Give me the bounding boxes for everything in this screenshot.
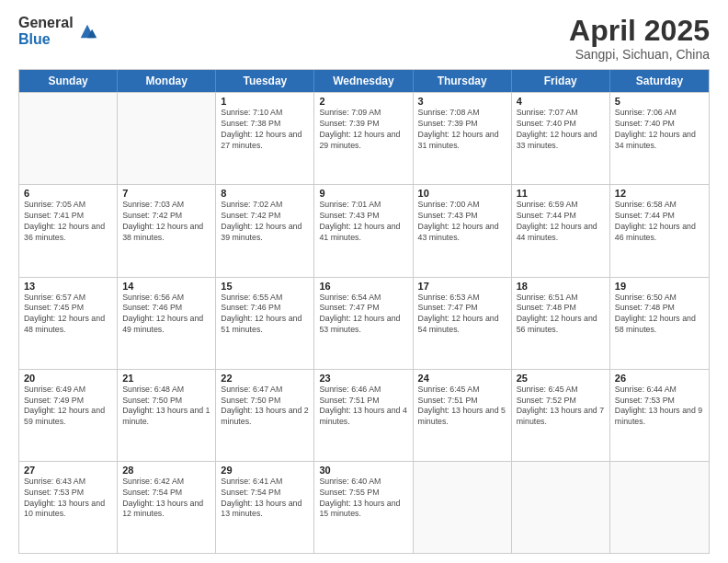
calendar-cell: 18Sunrise: 6:51 AM Sunset: 7:48 PM Dayli… (512, 278, 610, 369)
day-number: 9 (319, 188, 407, 199)
main-title: April 2025 (569, 15, 710, 47)
day-number: 30 (319, 465, 407, 476)
calendar-cell (19, 93, 118, 184)
day-info: Sunrise: 7:08 AM Sunset: 7:39 PM Dayligh… (418, 108, 506, 152)
day-number: 22 (221, 373, 309, 384)
day-info: Sunrise: 6:48 AM Sunset: 7:50 PM Dayligh… (122, 385, 210, 429)
day-number: 21 (122, 373, 210, 384)
calendar-cell: 3Sunrise: 7:08 AM Sunset: 7:39 PM Daylig… (414, 93, 512, 184)
logo-icon (77, 21, 97, 41)
day-number: 19 (615, 281, 704, 292)
calendar-body: 1Sunrise: 7:10 AM Sunset: 7:38 PM Daylig… (19, 92, 709, 553)
day-number: 15 (221, 281, 309, 292)
day-number: 11 (517, 188, 605, 199)
page: General Blue April 2025 Sangpi, Sichuan,… (0, 0, 728, 563)
day-info: Sunrise: 6:47 AM Sunset: 7:50 PM Dayligh… (221, 385, 309, 429)
calendar-cell: 14Sunrise: 6:56 AM Sunset: 7:46 PM Dayli… (118, 278, 216, 369)
calendar-cell: 19Sunrise: 6:50 AM Sunset: 7:48 PM Dayli… (610, 278, 709, 369)
calendar: SundayMondayTuesdayWednesdayThursdayFrid… (18, 69, 710, 554)
calendar-cell: 2Sunrise: 7:09 AM Sunset: 7:39 PM Daylig… (314, 93, 413, 184)
calendar-cell: 21Sunrise: 6:48 AM Sunset: 7:50 PM Dayli… (118, 370, 216, 461)
calendar-cell: 27Sunrise: 6:43 AM Sunset: 7:53 PM Dayli… (19, 462, 118, 553)
day-info: Sunrise: 6:40 AM Sunset: 7:55 PM Dayligh… (319, 477, 407, 521)
calendar-cell: 20Sunrise: 6:49 AM Sunset: 7:49 PM Dayli… (19, 370, 118, 461)
cal-header-day: Wednesday (314, 70, 413, 92)
day-info: Sunrise: 6:54 AM Sunset: 7:47 PM Dayligh… (319, 293, 407, 337)
logo-blue: Blue (18, 31, 74, 48)
day-info: Sunrise: 6:57 AM Sunset: 7:45 PM Dayligh… (24, 293, 112, 337)
cal-header-day: Tuesday (216, 70, 314, 92)
logo-text: General Blue (18, 15, 74, 47)
day-number: 29 (221, 465, 309, 476)
calendar-cell (118, 93, 216, 184)
day-number: 12 (615, 188, 704, 199)
logo-general: General (18, 15, 74, 31)
day-info: Sunrise: 6:53 AM Sunset: 7:47 PM Dayligh… (418, 293, 506, 337)
day-number: 18 (517, 281, 605, 292)
calendar-cell: 9Sunrise: 7:01 AM Sunset: 7:43 PM Daylig… (314, 185, 413, 276)
day-number: 23 (319, 373, 407, 384)
calendar-cell: 6Sunrise: 7:05 AM Sunset: 7:41 PM Daylig… (19, 185, 118, 276)
day-number: 4 (517, 96, 605, 107)
calendar-cell: 7Sunrise: 7:03 AM Sunset: 7:42 PM Daylig… (118, 185, 216, 276)
day-info: Sunrise: 6:46 AM Sunset: 7:51 PM Dayligh… (319, 385, 407, 429)
day-info: Sunrise: 6:56 AM Sunset: 7:46 PM Dayligh… (122, 293, 210, 337)
day-number: 5 (615, 96, 704, 107)
day-info: Sunrise: 7:06 AM Sunset: 7:40 PM Dayligh… (615, 108, 704, 152)
calendar-row: 20Sunrise: 6:49 AM Sunset: 7:49 PM Dayli… (19, 369, 709, 461)
calendar-cell: 8Sunrise: 7:02 AM Sunset: 7:42 PM Daylig… (216, 185, 314, 276)
day-number: 14 (122, 281, 210, 292)
calendar-cell: 29Sunrise: 6:41 AM Sunset: 7:54 PM Dayli… (216, 462, 314, 553)
calendar-cell (414, 462, 512, 553)
day-number: 20 (24, 373, 112, 384)
day-info: Sunrise: 6:55 AM Sunset: 7:46 PM Dayligh… (221, 293, 309, 337)
calendar-row: 6Sunrise: 7:05 AM Sunset: 7:41 PM Daylig… (19, 184, 709, 276)
header: General Blue April 2025 Sangpi, Sichuan,… (18, 15, 710, 62)
day-number: 27 (24, 465, 112, 476)
cal-header-day: Saturday (610, 70, 709, 92)
calendar-cell (610, 462, 709, 553)
calendar-cell: 16Sunrise: 6:54 AM Sunset: 7:47 PM Dayli… (314, 278, 413, 369)
calendar-header: SundayMondayTuesdayWednesdayThursdayFrid… (19, 70, 709, 92)
day-info: Sunrise: 6:44 AM Sunset: 7:53 PM Dayligh… (615, 385, 704, 429)
day-info: Sunrise: 7:00 AM Sunset: 7:43 PM Dayligh… (418, 200, 506, 244)
calendar-cell: 5Sunrise: 7:06 AM Sunset: 7:40 PM Daylig… (610, 93, 709, 184)
calendar-cell: 30Sunrise: 6:40 AM Sunset: 7:55 PM Dayli… (314, 462, 413, 553)
calendar-cell: 17Sunrise: 6:53 AM Sunset: 7:47 PM Dayli… (414, 278, 512, 369)
calendar-cell: 15Sunrise: 6:55 AM Sunset: 7:46 PM Dayli… (216, 278, 314, 369)
day-number: 28 (122, 465, 210, 476)
calendar-row: 1Sunrise: 7:10 AM Sunset: 7:38 PM Daylig… (19, 92, 709, 184)
calendar-cell: 4Sunrise: 7:07 AM Sunset: 7:40 PM Daylig… (512, 93, 610, 184)
day-info: Sunrise: 7:05 AM Sunset: 7:41 PM Dayligh… (24, 200, 112, 244)
day-number: 16 (319, 281, 407, 292)
day-number: 3 (418, 96, 506, 107)
day-info: Sunrise: 6:50 AM Sunset: 7:48 PM Dayligh… (615, 293, 704, 337)
day-number: 2 (319, 96, 407, 107)
subtitle: Sangpi, Sichuan, China (569, 47, 710, 62)
calendar-cell: 13Sunrise: 6:57 AM Sunset: 7:45 PM Dayli… (19, 278, 118, 369)
logo: General Blue (18, 15, 97, 47)
day-number: 10 (418, 188, 506, 199)
calendar-cell: 24Sunrise: 6:45 AM Sunset: 7:51 PM Dayli… (414, 370, 512, 461)
day-info: Sunrise: 7:09 AM Sunset: 7:39 PM Dayligh… (319, 108, 407, 152)
day-info: Sunrise: 7:02 AM Sunset: 7:42 PM Dayligh… (221, 200, 309, 244)
day-info: Sunrise: 6:42 AM Sunset: 7:54 PM Dayligh… (122, 477, 210, 521)
day-info: Sunrise: 6:58 AM Sunset: 7:44 PM Dayligh… (615, 200, 704, 244)
day-info: Sunrise: 7:07 AM Sunset: 7:40 PM Dayligh… (517, 108, 605, 152)
day-number: 1 (221, 96, 309, 107)
calendar-cell: 1Sunrise: 7:10 AM Sunset: 7:38 PM Daylig… (216, 93, 314, 184)
calendar-cell (512, 462, 610, 553)
day-info: Sunrise: 7:01 AM Sunset: 7:43 PM Dayligh… (319, 200, 407, 244)
day-info: Sunrise: 6:59 AM Sunset: 7:44 PM Dayligh… (517, 200, 605, 244)
calendar-row: 13Sunrise: 6:57 AM Sunset: 7:45 PM Dayli… (19, 277, 709, 369)
day-number: 24 (418, 373, 506, 384)
calendar-cell: 11Sunrise: 6:59 AM Sunset: 7:44 PM Dayli… (512, 185, 610, 276)
cal-header-day: Sunday (19, 70, 118, 92)
day-number: 7 (122, 188, 210, 199)
calendar-row: 27Sunrise: 6:43 AM Sunset: 7:53 PM Dayli… (19, 461, 709, 553)
cal-header-day: Thursday (414, 70, 512, 92)
day-info: Sunrise: 7:03 AM Sunset: 7:42 PM Dayligh… (122, 200, 210, 244)
day-info: Sunrise: 7:10 AM Sunset: 7:38 PM Dayligh… (221, 108, 309, 152)
day-info: Sunrise: 6:41 AM Sunset: 7:54 PM Dayligh… (221, 477, 309, 521)
day-number: 17 (418, 281, 506, 292)
